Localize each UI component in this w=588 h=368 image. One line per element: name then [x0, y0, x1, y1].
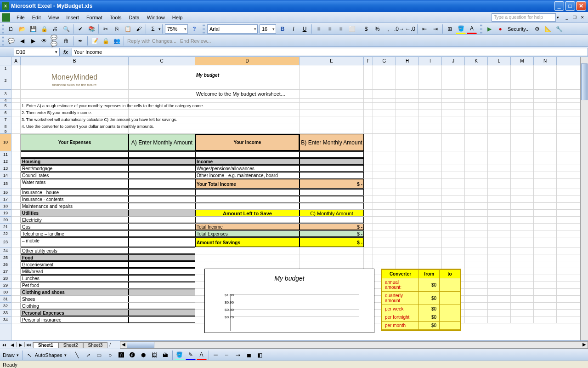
spelling-button[interactable]: ✔ — [75, 24, 85, 34]
col-header[interactable]: B — [21, 57, 129, 65]
expense-cell[interactable]: Clothing — [21, 303, 129, 309]
row-header[interactable]: 18 — [0, 203, 11, 210]
row-header[interactable]: 1 — [0, 65, 11, 72]
row-header[interactable]: 13 — [0, 165, 11, 172]
research-button[interactable]: 📚 — [86, 24, 96, 34]
print-button[interactable]: 🖨 — [50, 24, 60, 34]
menu-window[interactable]: Window — [143, 13, 169, 22]
paste-button[interactable]: 📋 — [123, 24, 133, 34]
name-box[interactable]: D10 — [14, 48, 60, 56]
fill-color-draw-button[interactable]: 🪣 — [175, 350, 185, 360]
new-button[interactable]: 🗋 — [6, 24, 16, 34]
col-header[interactable]: F — [364, 57, 373, 65]
col-header[interactable]: I — [419, 57, 442, 65]
row-header[interactable]: 20 — [0, 217, 11, 224]
expense-cell[interactable]: Insurance - contents — [21, 196, 129, 202]
menu-data[interactable]: Data — [125, 13, 143, 22]
expense-cell[interactable]: Milk/bread — [21, 268, 129, 275]
insert-picture-button[interactable]: 🏔 — [160, 350, 170, 360]
track-changes-button[interactable]: 📝 — [90, 36, 100, 46]
col-header[interactable]: C — [129, 57, 195, 65]
workbook-icon[interactable] — [2, 13, 10, 22]
draw-menu[interactable]: Draw — [3, 352, 15, 358]
minimize-button[interactable]: _ — [554, 1, 564, 11]
row-header[interactable]: 21 — [0, 224, 11, 230]
wordart-button[interactable]: 🅐 — [127, 350, 137, 360]
design-mode-button[interactable]: 📐 — [543, 24, 553, 34]
row-header[interactable]: 23 — [0, 237, 11, 247]
row-header[interactable]: 4 — [0, 99, 11, 103]
row-header[interactable]: 6 — [0, 109, 11, 116]
decrease-indent-button[interactable]: ⇤ — [419, 24, 430, 34]
tab-prev-button[interactable]: ◀ — [8, 342, 17, 347]
expense-cell[interactable]: Personal insurance — [21, 316, 129, 323]
delete-comment-button[interactable]: 🗑 — [61, 36, 71, 46]
menu-tools[interactable]: Tools — [106, 13, 125, 22]
col-header[interactable]: A — [11, 57, 21, 65]
dash-style-button[interactable]: ┈ — [222, 350, 232, 360]
row-header[interactable]: 19 — [0, 210, 11, 217]
expense-cell[interactable]: Other utility costs — [21, 247, 129, 254]
row-header[interactable]: 16 — [0, 189, 11, 196]
open-button[interactable]: 📂 — [17, 24, 27, 34]
row-header[interactable]: 33 — [0, 310, 11, 316]
col-header[interactable]: G — [373, 57, 396, 65]
row-header[interactable]: 5 — [0, 103, 11, 109]
row-header[interactable]: 10 — [0, 134, 11, 151]
row-header[interactable]: 31 — [0, 296, 11, 303]
expense-cell[interactable]: Water rates — [21, 179, 129, 189]
menu-insert[interactable]: Insert — [62, 13, 83, 22]
shadow-button[interactable]: ◼ — [244, 350, 254, 360]
row-header[interactable]: 28 — [0, 275, 11, 282]
mdi-restore-button[interactable]: ❐ — [571, 14, 578, 21]
menu-help[interactable]: Help — [169, 13, 187, 22]
protect-workbook-button[interactable]: 🔒 — [101, 36, 111, 46]
row-header[interactable]: 30 — [0, 289, 11, 296]
arrow-button[interactable]: ↗ — [83, 350, 93, 360]
col-header[interactable]: D — [195, 57, 300, 65]
menu-file[interactable]: File — [13, 13, 28, 22]
menu-edit[interactable]: Edit — [28, 13, 45, 22]
decrease-decimal-button[interactable]: ←.0 — [405, 24, 415, 34]
expense-cell[interactable]: Shoes — [21, 296, 129, 302]
security-button[interactable]: Security... — [506, 26, 531, 32]
col-header[interactable]: H — [396, 57, 419, 65]
expense-cell[interactable]: Groceries/meat — [21, 261, 129, 268]
income-cell[interactable]: Other income - e.g. maintenance, board — [195, 172, 300, 178]
help-button[interactable]: ? — [189, 24, 199, 34]
amount-cell[interactable] — [129, 165, 195, 172]
vertical-scrollbar[interactable] — [580, 57, 588, 340]
help-search-box[interactable]: Type a question for help — [492, 13, 556, 22]
col-header[interactable]: K — [465, 57, 488, 65]
merge-center-button[interactable]: ⬜ — [347, 24, 357, 34]
share-workbook-button[interactable]: 👥 — [112, 36, 122, 46]
print-preview-button[interactable]: 🔍 — [61, 24, 71, 34]
sheet-tab[interactable]: Sheet3 — [83, 342, 108, 348]
end-review-button[interactable]: End Review... — [178, 38, 213, 44]
autosum-button[interactable]: Σ — [148, 24, 158, 34]
menu-format[interactable]: Format — [83, 13, 106, 22]
control-toolbox-button[interactable]: 🔧 — [554, 24, 564, 34]
embedded-chart[interactable]: My budget $1.00 $0.90 $0.80 $0.70 — [204, 269, 374, 333]
diagram-button[interactable]: ⬢ — [138, 350, 148, 360]
align-left-button[interactable]: ≡ — [314, 24, 324, 34]
borders-button[interactable]: ⊞ — [445, 24, 455, 34]
row-header[interactable]: 3 — [0, 90, 11, 99]
permission-button[interactable]: 🔒 — [39, 24, 49, 34]
line-button[interactable]: ╲ — [72, 350, 82, 360]
underline-button[interactable]: U — [300, 24, 310, 34]
row-header[interactable]: 15 — [0, 179, 11, 189]
arrow-style-button[interactable]: ⇢ — [233, 350, 243, 360]
maximize-button[interactable]: □ — [565, 1, 575, 11]
row-header[interactable]: 11 — [0, 151, 11, 158]
3d-button[interactable]: ◧ — [255, 350, 265, 360]
new-comment-button[interactable]: 💬 — [6, 36, 16, 46]
row-header[interactable]: 17 — [0, 196, 11, 203]
row-header[interactable]: 7 — [0, 116, 11, 123]
expense-cell[interactable]: Council rates — [21, 172, 129, 178]
expense-cell[interactable]: Rent/mortgage — [21, 165, 129, 172]
amount-cell[interactable] — [300, 165, 364, 172]
show-ink-button[interactable]: ✒ — [75, 36, 85, 46]
row-header[interactable]: 27 — [0, 268, 11, 275]
reply-with-changes-button[interactable]: Reply with Changes... — [125, 38, 178, 44]
